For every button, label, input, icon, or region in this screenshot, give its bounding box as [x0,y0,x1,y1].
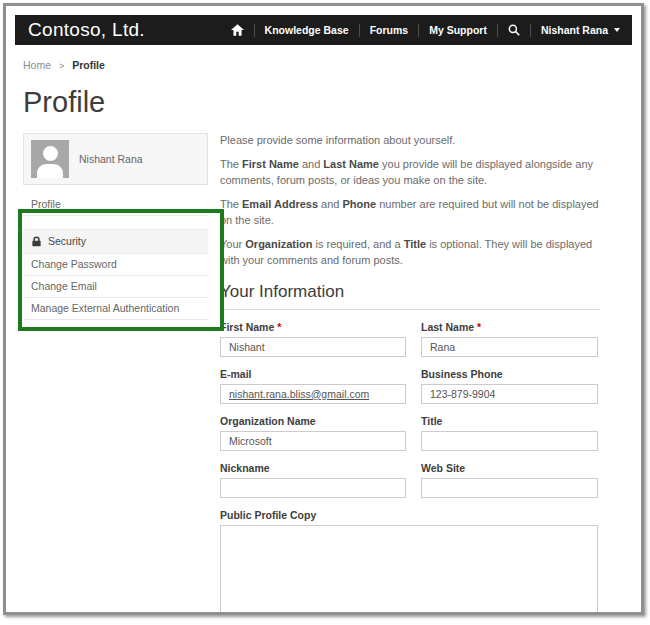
email-input[interactable] [220,384,406,404]
first-name-label: First Name* [220,321,406,333]
title-input[interactable] [421,431,598,451]
nickname-label: Nickname [220,462,406,474]
business-phone-label: Business Phone [421,368,598,380]
sidebar-nav: Profile Security Change Password Change … [23,194,208,320]
required-marker: * [277,321,281,333]
website-input[interactable] [421,478,598,498]
field-public-profile: Public Profile Copy [220,498,598,615]
nav-link-forums[interactable]: Forums [370,24,409,36]
top-navbar: Contoso, Ltd. Knowledge Base Forums My S… [15,15,632,45]
nav-separator [359,24,360,37]
intro-paragraph-2: The First Name and Last Name you provide… [220,157,600,189]
user-menu-label: Nishant Rana [541,24,608,36]
business-phone-input[interactable] [421,384,598,404]
sidebar-user-name: Nishant Rana [79,153,143,165]
public-profile-textarea[interactable] [220,525,598,615]
nav-link-knowledge-base[interactable]: Knowledge Base [265,24,349,36]
intro-paragraph-4: Your Organization is required, and a Tit… [220,237,600,269]
nav-link-my-support[interactable]: My Support [429,24,487,36]
intro-paragraph-3: The Email Address and Phone number are r… [220,197,600,229]
nav-separator [418,24,419,37]
sidebar: Nishant Rana Profile Security Change Pas… [23,133,208,320]
field-first-name: First Name* [220,310,406,357]
nav-separator [530,24,531,37]
nickname-input[interactable] [220,478,406,498]
page-frame: Contoso, Ltd. Knowledge Base Forums My S… [3,3,644,615]
sidebar-item-change-email[interactable]: Change Email [23,276,208,298]
required-marker: * [477,321,481,333]
organization-label: Organization Name [220,415,406,427]
field-last-name: Last Name* [421,310,598,357]
field-website: Web Site [421,451,598,498]
sidebar-item-profile[interactable]: Profile [23,194,208,216]
breadcrumb-separator: > [59,61,64,71]
public-profile-label: Public Profile Copy [220,509,598,521]
field-organization: Organization Name [220,404,406,451]
search-icon[interactable] [508,24,520,36]
last-name-label: Last Name* [421,321,598,333]
avatar [31,140,69,178]
field-business-phone: Business Phone [421,357,598,404]
breadcrumb-home[interactable]: Home [23,59,51,71]
breadcrumb: Home > Profile [23,59,632,71]
home-icon[interactable] [231,24,244,36]
user-card: Nishant Rana [23,133,208,185]
title-label: Title [421,415,598,427]
first-name-input[interactable] [220,337,406,357]
organization-input[interactable] [220,431,406,451]
chevron-down-icon [614,28,620,32]
page-title: Profile [23,86,632,119]
field-nickname: Nickname [220,451,406,498]
sidebar-item-manage-external-auth[interactable]: Manage External Authentication [23,298,208,320]
website-label: Web Site [421,462,598,474]
brand-logo[interactable]: Contoso, Ltd. [28,19,145,41]
section-title-your-information: Your Information [220,282,600,310]
sidebar-spacer [23,216,208,229]
field-title: Title [421,404,598,451]
nav-separator [497,24,498,37]
last-name-input[interactable] [421,337,598,357]
intro-paragraph-1: Please provide some information about yo… [220,133,600,149]
nav-separator [254,24,255,37]
sidebar-item-security[interactable]: Security [23,229,208,254]
breadcrumb-current: Profile [72,59,105,71]
sidebar-item-change-password[interactable]: Change Password [23,254,208,276]
email-label: E-mail [220,368,406,380]
sidebar-item-label: Security [48,235,86,247]
field-email: E-mail [220,357,406,404]
lock-icon [31,236,42,247]
main-content: Please provide some information about yo… [220,133,600,615]
user-menu[interactable]: Nishant Rana [541,24,620,36]
